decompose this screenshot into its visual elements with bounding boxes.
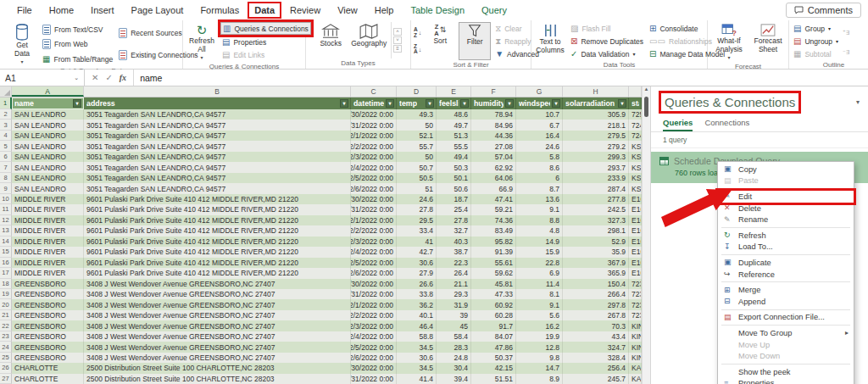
cell[interactable]: 42.7 — [397, 247, 437, 257]
menu-item-move-to-group[interactable]: Move To Group▸ — [718, 327, 854, 339]
menu-item-refresh[interactable]: ↻Refresh — [718, 230, 854, 242]
cell[interactable]: SAN LEANDRO — [12, 131, 84, 141]
row-header[interactable]: 10 — [0, 194, 12, 204]
cell[interactable]: 41 — [397, 237, 437, 247]
row-header[interactable]: 6 — [0, 152, 12, 162]
cell[interactable]: KAKH — [629, 363, 642, 373]
cell[interactable]: 50.7 — [397, 162, 437, 172]
cell[interactable]: 266.4 — [563, 289, 629, 299]
cell[interactable]: 66.9 — [471, 183, 516, 193]
cell[interactable]: CHARLOTTE — [12, 374, 84, 384]
cell[interactable]: 7258 — [629, 109, 642, 120]
ribbon-tab-review[interactable]: Review — [281, 2, 329, 19]
cell[interactable]: SAN LEANDRO — [12, 183, 84, 193]
cell[interactable]: 58.4 — [437, 331, 471, 342]
tab-queries[interactable]: Queries — [663, 118, 693, 131]
cell[interactable]: 4.8 — [516, 225, 563, 236]
ribbon-tab-query[interactable]: Query — [473, 2, 515, 19]
cell[interactable]: 24.6 — [397, 194, 437, 204]
row-header[interactable]: 8 — [0, 173, 12, 183]
cell[interactable]: 27.9 — [397, 268, 437, 278]
row-header[interactable]: 5 — [0, 141, 12, 151]
cell[interactable]: 55.7 — [397, 141, 437, 151]
cell[interactable]: 18.7 — [437, 194, 471, 204]
pane-menu-chevron-icon[interactable]: ▾ — [856, 98, 860, 106]
cell[interactable]: 3051 Teagarden SAN LEANDRO,CA 94577 — [84, 162, 351, 172]
cell[interactable]: 2/3/2022 0:00 — [351, 320, 397, 331]
cell[interactable]: 6 — [516, 173, 563, 183]
row-header[interactable]: 19 — [0, 289, 12, 299]
cell[interactable]: 9.8 — [516, 353, 563, 363]
cell[interactable]: 52.9 — [563, 237, 629, 247]
cell[interactable]: 367.9 — [563, 258, 629, 268]
cell[interactable]: 3051 Teagarden SAN LEANDRO,CA 94577 — [84, 131, 351, 141]
cell[interactable]: 3051 Teagarden SAN LEANDRO,CA 94577 — [84, 173, 351, 183]
cell[interactable]: 365.9 — [563, 268, 629, 278]
cell[interactable]: 2/3/2022 0:00 — [351, 237, 397, 247]
cell[interactable]: 50.6 — [437, 183, 471, 193]
remove-duplicates-button[interactable]: ⊠Remove Duplicates — [569, 35, 645, 47]
table-column-header-solarradiation[interactable]: solarradiation▾ — [563, 97, 629, 109]
cell[interactable]: 60.28 — [471, 310, 516, 320]
cell[interactable]: 8.6 — [516, 162, 563, 172]
cell[interactable]: KSFO — [629, 152, 642, 162]
row-header[interactable]: 4 — [0, 131, 12, 141]
filter-dropdown-icon[interactable]: ▾ — [386, 99, 394, 108]
cell[interactable]: 50.5 — [397, 173, 437, 183]
cell[interactable]: 2/4/2022 0:00 — [351, 247, 397, 257]
row-header[interactable]: 15 — [0, 247, 12, 257]
cell[interactable]: 52.1 — [397, 131, 437, 141]
cell[interactable]: 50.1 — [437, 173, 471, 183]
column-header-d[interactable]: D — [397, 86, 437, 97]
cell[interactable]: 2/1/2022 0:00 — [351, 299, 397, 309]
cell[interactable]: 298.1 — [563, 225, 629, 236]
menu-item-properties[interactable]: ≡Properties... — [718, 378, 854, 384]
cell[interactable]: E102 — [629, 215, 642, 225]
cell[interactable]: 5.6 — [516, 310, 563, 320]
cell[interactable]: 39.4 — [437, 374, 471, 384]
cell[interactable]: 2/1/2022 0:00 — [351, 131, 397, 141]
ribbon-tab-table-design[interactable]: Table Design — [402, 2, 473, 19]
cell[interactable]: 95.82 — [471, 237, 516, 247]
gallery-more-icon[interactable]: ≡ — [393, 45, 402, 53]
column-header-f[interactable]: F — [471, 86, 516, 97]
scrollbar-thumb[interactable] — [644, 97, 648, 117]
cell[interactable]: 30.4 — [437, 363, 471, 373]
cell[interactable]: 9601 Pulaski Park Drive Suite 410 412 MI… — [84, 268, 351, 278]
cell[interactable]: 6.7 — [516, 120, 563, 130]
cell[interactable]: 64.06 — [471, 173, 516, 183]
cell[interactable]: 7249 — [629, 131, 642, 141]
sort-za-button[interactable]: ZA↓ — [414, 44, 421, 55]
table-column-header-windspeed[interactable]: windspeed▾ — [516, 97, 563, 109]
cell[interactable]: 22.8 — [516, 258, 563, 268]
cell[interactable]: 10.7 — [516, 109, 563, 120]
cell[interactable]: KINT — [629, 342, 642, 352]
column-header-a[interactable]: A — [12, 86, 84, 97]
row-header[interactable]: 1 — [0, 97, 12, 109]
cell[interactable]: 62.92 — [471, 162, 516, 172]
cell[interactable]: E102 — [629, 194, 642, 204]
cell[interactable]: 40.3 — [437, 237, 471, 247]
cell[interactable]: 50.37 — [471, 353, 516, 363]
cell[interactable]: 3408 J West Wendover Avenue GREENSBORO,N… — [84, 289, 351, 299]
group-button[interactable]: ▤Group▾ — [792, 22, 840, 35]
cell[interactable]: 34.5 — [397, 363, 437, 373]
cell[interactable]: 8.9 — [516, 374, 563, 384]
cell[interactable]: 3408 J West Wendover Avenue GREENSBORO,N… — [84, 331, 351, 342]
cell[interactable]: 9601 Pulaski Park Drive Suite 410 412 MI… — [84, 237, 351, 247]
cell[interactable]: E102 — [629, 268, 642, 278]
cell[interactable]: SAN LEANDRO — [12, 120, 84, 130]
cell[interactable]: MIDDLE RIVER — [12, 215, 84, 225]
cell[interactable]: 9601 Pulaski Park Drive Suite 410 412 MI… — [84, 215, 351, 225]
cell[interactable]: 91.39 — [471, 247, 516, 257]
cell[interactable]: KSFO — [629, 162, 642, 172]
cell[interactable]: 78.94 — [471, 109, 516, 120]
cell[interactable]: 44.36 — [471, 131, 516, 141]
cell[interactable]: 60.92 — [471, 299, 516, 309]
cell[interactable]: 45 — [437, 320, 471, 331]
cell[interactable]: CHARLOTTE — [12, 363, 84, 373]
table-column-header-feelslike[interactable]: feelslike▾ — [437, 97, 471, 109]
row-header[interactable]: 16 — [0, 258, 12, 268]
filter-dropdown-icon[interactable]: ▾ — [460, 99, 469, 108]
cell[interactable]: 2/4/2022 0:00 — [351, 162, 397, 172]
